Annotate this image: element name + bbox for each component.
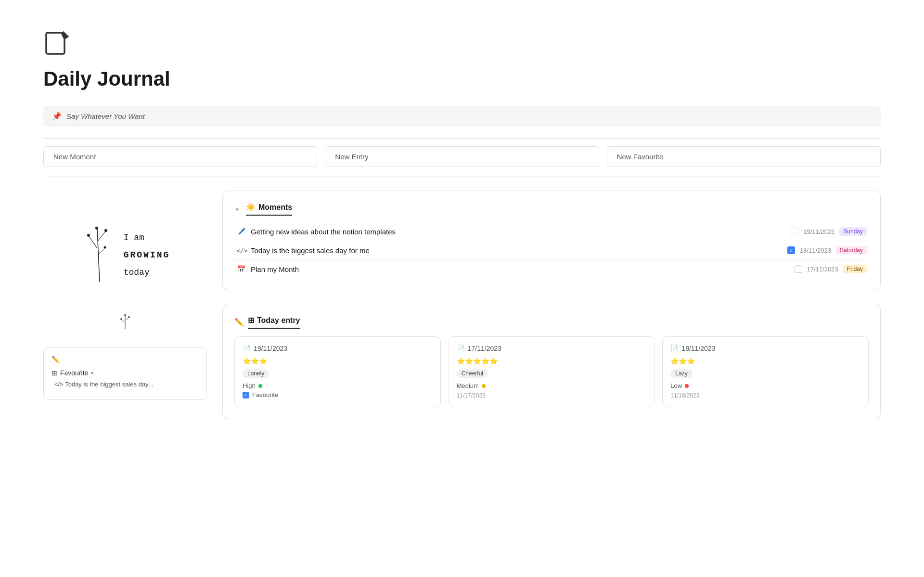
energy-dot-2	[482, 384, 486, 388]
svg-line-11	[122, 320, 125, 323]
moment-text-3: Plan my Month	[251, 265, 299, 273]
svg-point-9	[103, 246, 106, 249]
left-panel: I am GROWING today ✏️ ⊞	[43, 191, 207, 419]
entry-date-3: 📄 18/11/2023	[670, 345, 860, 352]
favourite-label[interactable]: ⊞ Favourite ▾	[51, 369, 199, 377]
plant-illustration	[80, 200, 119, 287]
main-content: I am GROWING today ✏️ ⊞	[43, 191, 881, 419]
handwriting-line2: GROWING	[124, 246, 170, 264]
new-entry-button[interactable]: New Entry	[325, 146, 599, 167]
entry-date-text-3: 18/11/2023	[681, 345, 715, 352]
entry-cards-row: 📄 19/11/2023 ⭐⭐⭐ Lonely High ✓ Favourite	[234, 336, 869, 407]
moment-right-2: ✓ 18/11/2023 Saturday	[787, 246, 867, 255]
code-icon: </>	[236, 247, 246, 254]
favourite-item-preview: </> Today is the biggest sales day...	[51, 377, 199, 392]
moment-day-3: Friday	[843, 265, 867, 273]
moment-checkbox-3[interactable]	[795, 265, 802, 273]
svg-line-12	[125, 318, 128, 321]
moment-date-2: 18/11/2023	[800, 247, 831, 254]
doc-icon-1: 📄	[243, 345, 251, 352]
pin-icon: 📌	[52, 112, 62, 121]
small-plant-deco	[43, 311, 207, 333]
moments-section: ✦ ☀️ Moments 🖊️ Getting new ideas about …	[222, 191, 881, 290]
entry-energy-1: High	[243, 382, 433, 389]
entry-energy-3: Low	[670, 382, 860, 389]
today-entry-section: ✏️ ⊞ Today entry 📄 19/11/2023 ⭐⭐⭐ Lonely	[222, 304, 881, 419]
moments-move-icon[interactable]: ✦	[234, 205, 240, 213]
entry-card-2[interactable]: 📄 17/11/2023 ⭐⭐⭐⭐⭐ Cheerful Medium 11/17…	[449, 336, 655, 407]
pinned-banner: 📌 Say Whatever You Want	[43, 106, 881, 127]
moment-left-3: 📅 Plan my Month	[236, 265, 299, 273]
moment-checkbox-1[interactable]	[791, 228, 798, 235]
svg-line-1	[97, 229, 100, 282]
moment-item-3: 📅 Plan my Month 17/11/2023 Friday	[234, 260, 869, 278]
illustration-area: I am GROWING today	[43, 191, 207, 296]
right-panel: ✦ ☀️ Moments 🖊️ Getting new ideas about …	[222, 191, 881, 419]
svg-point-15	[128, 316, 130, 318]
moment-item-1: 🖊️ Getting new ideas about the notion te…	[234, 222, 869, 241]
moment-right-3: 17/11/2023 Friday	[795, 265, 867, 273]
entry-fav-1: ✓ Favourite	[243, 391, 433, 398]
entry-card-1[interactable]: 📄 19/11/2023 ⭐⭐⭐ Lonely High ✓ Favourite	[234, 336, 441, 407]
svg-line-8	[98, 248, 104, 256]
doc-icon-2: 📄	[457, 345, 465, 352]
moment-text-1: Getting new ideas about the notion templ…	[251, 228, 396, 236]
energy-dot-1	[258, 384, 262, 388]
svg-point-7	[104, 229, 107, 232]
fav-label-1: Favourite	[252, 391, 278, 398]
moments-title-text: Moments	[258, 203, 292, 212]
svg-point-13	[124, 314, 126, 316]
pinned-text: Say Whatever You Want	[66, 112, 145, 120]
moment-day-1: Sunday	[839, 227, 867, 236]
moments-section-header: ✦ ☀️ Moments	[234, 203, 869, 216]
svg-point-14	[120, 318, 122, 320]
entry-mood-1: Lonely	[243, 369, 269, 378]
new-buttons-row: New Moment New Entry New Favourite	[43, 146, 881, 177]
today-entry-grid-icon: ⊞	[248, 316, 254, 325]
handwriting-line1: I am	[124, 229, 170, 246]
moment-left-1: 🖊️ Getting new ideas about the notion te…	[236, 228, 396, 236]
today-entry-edit-icon[interactable]: ✏️	[234, 318, 244, 327]
entry-mood-3: Lazy	[670, 369, 692, 378]
entry-date-text-2: 17/11/2023	[468, 345, 501, 352]
new-favourite-button[interactable]: New Favourite	[607, 146, 881, 167]
entry-date-bottom-2: 11/17/2023	[457, 392, 647, 399]
entry-date-text-1: 19/11/2023	[254, 345, 287, 352]
moments-title-icon: ☀️	[246, 203, 256, 212]
entry-card-3[interactable]: 📄 18/11/2023 ⭐⭐⭐ Lazy Low 11/18/2023	[662, 336, 869, 407]
pen-icon: 🖊️	[236, 228, 246, 235]
energy-label-3: Low	[670, 382, 682, 389]
today-entry-header: ✏️ ⊞ Today entry	[234, 316, 869, 329]
favourite-label-text: Favourite	[60, 369, 88, 377]
energy-label-1: High	[243, 382, 256, 389]
moment-date-1: 19/11/2023	[803, 228, 834, 235]
moments-section-title: ☀️ Moments	[246, 203, 292, 216]
chevron-down-icon: ▾	[91, 370, 94, 376]
entry-stars-1: ⭐⭐⭐	[243, 357, 433, 365]
moment-list: 🖊️ Getting new ideas about the notion te…	[234, 222, 869, 278]
entry-stars-2: ⭐⭐⭐⭐⭐	[457, 357, 647, 365]
page-icon	[43, 29, 881, 67]
svg-line-3	[98, 231, 105, 241]
energy-dot-3	[685, 384, 689, 388]
grid-icon: ⊞	[51, 369, 57, 377]
moment-left-2: </> Today is the biggest sales day for m…	[236, 246, 370, 255]
page-title: Daily Journal	[43, 67, 881, 90]
moment-checkbox-2[interactable]: ✓	[787, 246, 795, 254]
calendar-icon: 📅	[236, 265, 246, 273]
svg-rect-0	[46, 33, 64, 54]
entry-date-bottom-3: 11/18/2023	[670, 392, 860, 399]
moment-text-2: Today is the biggest sales day for me	[251, 246, 370, 255]
moment-date-3: 17/11/2023	[807, 266, 838, 273]
svg-line-2	[89, 236, 97, 248]
svg-point-6	[87, 234, 90, 237]
today-entry-title: ⊞ Today entry	[248, 316, 300, 329]
favourite-card-header: ✏️	[51, 356, 199, 363]
divider-1	[43, 138, 881, 139]
energy-label-2: Medium	[457, 382, 479, 389]
moment-item-2: </> Today is the biggest sales day for m…	[234, 241, 869, 260]
entry-stars-3: ⭐⭐⭐	[670, 357, 860, 365]
handwriting-line3: today	[124, 264, 170, 281]
new-moment-button[interactable]: New Moment	[43, 146, 317, 167]
fav-checkbox-1[interactable]: ✓	[243, 392, 249, 398]
